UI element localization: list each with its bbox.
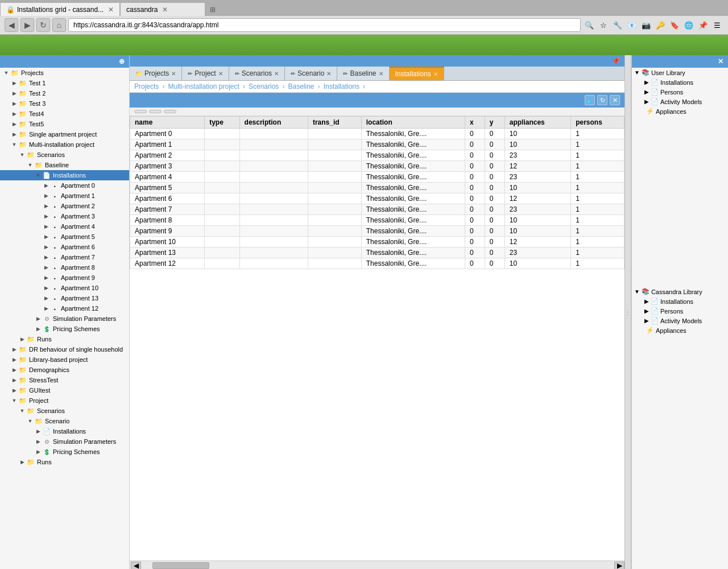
- toggle-apt2[interactable]: ▶: [42, 202, 50, 210]
- ext2-icon[interactable]: 📧: [626, 19, 638, 31]
- reload-button[interactable]: ↻: [36, 18, 50, 32]
- scrollbar-thumb-h[interactable]: [152, 562, 209, 569]
- tree-item-multi-install[interactable]: ▼ 📁 Multi-installation project: [0, 139, 129, 150]
- home-button[interactable]: ⌂: [52, 18, 66, 32]
- toggle-cl-activity[interactable]: ▶: [644, 318, 649, 324]
- toggle-apt9[interactable]: ▶: [42, 274, 50, 282]
- cassandra-lib-persons-row[interactable]: ▶ 📄 Persons: [632, 306, 728, 316]
- new-button[interactable]: [134, 110, 147, 113]
- sidebar-add-icon[interactable]: ⊕: [119, 57, 125, 65]
- toggle-test4[interactable]: ▶: [10, 110, 18, 118]
- tree-item-dr[interactable]: ▶ 📁 DR behaviour of single household: [0, 344, 129, 354]
- tree-item-proj-pricing[interactable]: ▶ 💲 Pricing Schemes: [0, 447, 129, 457]
- scroll-left-btn[interactable]: ◀: [131, 562, 141, 570]
- tree-item-apt0[interactable]: ▶ ⬩ Apartment 0: [0, 180, 129, 191]
- table-row[interactable]: Apartment 10Thessaloniki, Gre....00121: [130, 237, 624, 248]
- toggle-demographics[interactable]: ▶: [10, 366, 18, 374]
- tree-item-project-node[interactable]: ▼ 📁 Project: [0, 395, 129, 406]
- tree-item-test1[interactable]: ▶ 📁 Test 1: [0, 78, 129, 88]
- toggle-test1[interactable]: ▶: [10, 79, 18, 87]
- tab-close-installations[interactable]: ✕: [433, 71, 438, 77]
- toggle-proj-scenarios[interactable]: ▼: [18, 407, 26, 415]
- tab-close-1[interactable]: ✕: [108, 6, 114, 14]
- toggle-proj-sim[interactable]: ▶: [34, 438, 42, 446]
- user-lib-persons-row[interactable]: ▶ 📄 Persons: [632, 87, 728, 97]
- tree-item-proj-scenarios[interactable]: ▼ 📁 Scenarios: [0, 406, 129, 416]
- tree-item-apt4[interactable]: ▶ ⬩ Apartment 4: [0, 221, 129, 232]
- tree-item-proj-installations[interactable]: ▶ 📄 Installations: [0, 426, 129, 436]
- left-sidebar-content[interactable]: ▼ 📁 Projects ▶ 📁 Test 1 ▶ 📁 Test 2 ▶ 📁 T…: [0, 68, 129, 569]
- table-row[interactable]: Apartment 2Thessaloniki, Gre....00231: [130, 150, 624, 161]
- ext5-icon[interactable]: 🔖: [668, 19, 681, 31]
- tree-item-apt2[interactable]: ▶ ⬩ Apartment 2: [0, 201, 129, 211]
- tree-item-apt5[interactable]: ▶ ⬩ Apartment 5: [0, 232, 129, 242]
- breadcrumb-projects[interactable]: Projects: [134, 83, 159, 90]
- star-icon[interactable]: ☆: [597, 19, 610, 31]
- ext7-icon[interactable]: 📌: [697, 19, 709, 31]
- table-row[interactable]: Apartment 12Thessaloniki, Gre....00101: [130, 258, 624, 269]
- ext6-icon[interactable]: 🌐: [682, 19, 695, 31]
- user-library-row[interactable]: ▼ 📚 User Library: [632, 68, 728, 77]
- toggle-scenarios[interactable]: ▼: [18, 151, 26, 159]
- tab-close-2[interactable]: ✕: [162, 6, 168, 14]
- toggle-apt7[interactable]: ▶: [42, 253, 50, 261]
- tab-close-baseline[interactable]: ✕: [379, 71, 383, 77]
- tree-item-test3[interactable]: ▶ 📁 Test 3: [0, 98, 129, 109]
- tree-item-apt9[interactable]: ▶ ⬩ Apartment 9: [0, 273, 129, 283]
- toggle-stresstest[interactable]: ▶: [10, 376, 18, 384]
- panel-refresh-icon[interactable]: 💧: [585, 95, 595, 105]
- col-appliances[interactable]: appliances: [504, 117, 570, 129]
- col-type[interactable]: type: [205, 117, 239, 129]
- toggle-apt10[interactable]: ▶: [42, 284, 50, 292]
- libraries-close-icon[interactable]: ✕: [718, 57, 723, 65]
- tab-close-scenario[interactable]: ✕: [326, 71, 331, 77]
- tree-item-demographics[interactable]: ▶ 📁 Demographics: [0, 365, 129, 375]
- cassandra-library-row[interactable]: ▼ 📚 Cassandra Library: [632, 287, 728, 296]
- tree-item-test2[interactable]: ▶ 📁 Test 2: [0, 88, 129, 98]
- toggle-proj-installations[interactable]: ▶: [34, 427, 42, 435]
- tree-item-proj-runs[interactable]: ▶ 📁 Runs: [0, 457, 129, 467]
- pin-icon[interactable]: 📌: [611, 57, 620, 65]
- tree-item-runs[interactable]: ▶ 📁 Runs: [0, 334, 129, 344]
- col-description[interactable]: description: [239, 117, 308, 129]
- toggle-pricing[interactable]: ▶: [34, 325, 42, 333]
- toggle-dr[interactable]: ▶: [10, 345, 18, 353]
- toggle-apt1[interactable]: ▶: [42, 192, 50, 200]
- tab-project[interactable]: ✏ Project ✕: [182, 67, 229, 80]
- col-trans-id[interactable]: trans_id: [308, 117, 361, 129]
- tree-item-test4[interactable]: ▶ 📁 Test4: [0, 109, 129, 119]
- toggle-sim-params[interactable]: ▶: [34, 315, 42, 323]
- tree-item-guitest[interactable]: ▶ 📁 GUItest: [0, 385, 129, 395]
- table-row[interactable]: Apartment 7Thessaloniki, Gre....00231: [130, 204, 624, 215]
- toggle-guitest[interactable]: ▶: [10, 386, 18, 394]
- panel-close-icon[interactable]: ✕: [610, 95, 620, 105]
- menu-icon[interactable]: ☰: [711, 19, 723, 31]
- toggle-test3[interactable]: ▶: [10, 100, 18, 108]
- address-bar[interactable]: [68, 18, 581, 32]
- toggle-proj-scenario[interactable]: ▼: [26, 417, 34, 425]
- tree-item-test5[interactable]: ▶ 📁 Test5: [0, 119, 129, 129]
- toggle-proj-pricing[interactable]: ▶: [34, 448, 42, 456]
- cassandra-lib-installations-row[interactable]: ▶ 📄 Installations: [632, 296, 728, 306]
- table-row[interactable]: Apartment 4Thessaloniki, Gre....00231: [130, 172, 624, 183]
- breadcrumb-installations[interactable]: Installations: [324, 83, 359, 90]
- tree-item-pricing[interactable]: ▶ 💲 Pricing Schemes: [0, 324, 129, 334]
- toggle-ul-activity[interactable]: ▶: [644, 98, 649, 105]
- ext3-icon[interactable]: 📷: [640, 19, 652, 31]
- breadcrumb-scenarios[interactable]: Scenarios: [249, 83, 279, 90]
- delete-button[interactable]: [149, 110, 162, 113]
- tab-close-project[interactable]: ✕: [218, 71, 223, 77]
- toggle-cl-persons[interactable]: ▶: [644, 308, 649, 314]
- table-row[interactable]: Apartment 5Thessaloniki, Gre....00101: [130, 183, 624, 193]
- tree-item-projects[interactable]: ▼ 📁 Projects: [0, 68, 129, 78]
- toggle-apt13[interactable]: ▶: [42, 294, 50, 302]
- tree-item-proj-scenario[interactable]: ▼ 📁 Scenario: [0, 416, 129, 426]
- toggle-cl-installations[interactable]: ▶: [644, 298, 649, 304]
- tree-item-apt13[interactable]: ▶ ⬩ Apartment 13: [0, 293, 129, 303]
- toggle-test5[interactable]: ▶: [10, 120, 18, 128]
- tree-item-apt10[interactable]: ▶ ⬩ Apartment 10: [0, 283, 129, 293]
- toggle-multi-install[interactable]: ▼: [10, 141, 18, 149]
- table-row[interactable]: Apartment 1Thessaloniki, Gre....00101: [130, 139, 624, 150]
- toggle-apt0[interactable]: ▶: [42, 182, 50, 189]
- browser-tab-1[interactable]: 🔒 Installations grid - cassand... ✕: [0, 2, 120, 16]
